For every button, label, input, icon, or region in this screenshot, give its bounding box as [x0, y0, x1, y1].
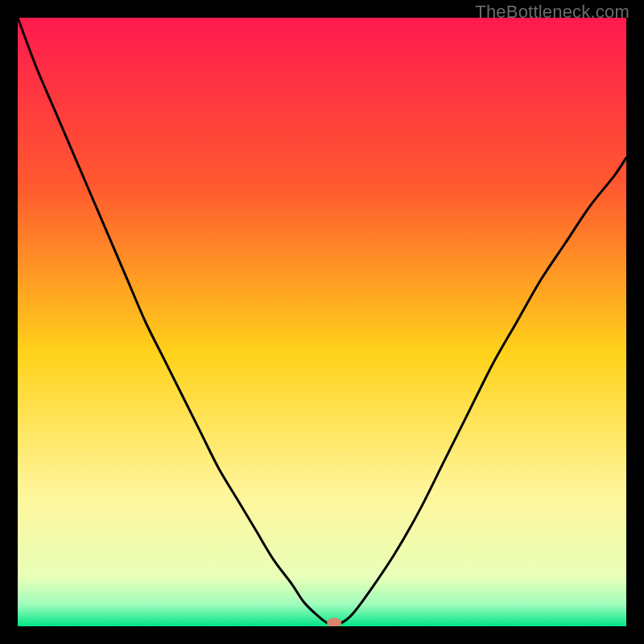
plot-area — [18, 18, 626, 626]
gradient-background — [18, 18, 626, 626]
watermark-text: TheBottleneck.com — [475, 2, 630, 23]
chart-frame: TheBottleneck.com — [0, 0, 644, 644]
chart-svg — [18, 18, 626, 626]
